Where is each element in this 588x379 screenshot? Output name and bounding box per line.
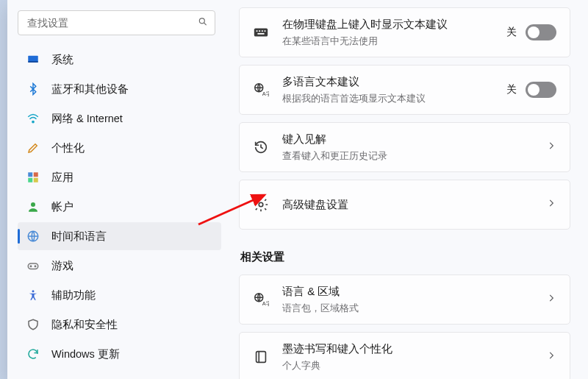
svg-rect-11 [28, 263, 38, 269]
svg-rect-17 [259, 30, 260, 32]
card-multilingual-suggestions[interactable]: A字 多语言文本建议 根据我的语言首选项显示文本建议 关 [239, 65, 570, 115]
card-inking-typing-personalization[interactable]: 墨迹书写和键入个性化 个人字典 [239, 332, 570, 379]
svg-text:A字: A字 [262, 91, 269, 97]
search-box [18, 10, 215, 35]
svg-rect-20 [257, 33, 264, 35]
card-title: 在物理键盘上键入时显示文本建议 [282, 17, 493, 32]
card-texts: 键入见解 查看键入和更正历史记录 [282, 132, 533, 162]
card-subtitle: 在某些语言中无法使用 [282, 35, 493, 48]
sidebar-item-accounts[interactable]: 帐户 [18, 193, 221, 221]
card-title: 墨迹书写和键入个性化 [282, 341, 533, 356]
svg-line-1 [204, 23, 206, 25]
card-language-region[interactable]: A字 语言 & 区域 语言包，区域格式 [239, 274, 570, 325]
svg-rect-16 [257, 30, 258, 32]
sidebar-item-bluetooth[interactable]: 蓝牙和其他设备 [18, 75, 221, 103]
card-title: 高级键盘设置 [282, 197, 533, 212]
language-region-icon: A字 [253, 291, 269, 308]
svg-text:A字: A字 [262, 300, 269, 307]
svg-rect-7 [28, 178, 32, 183]
sidebar-item-label: 个性化 [51, 141, 85, 155]
svg-point-14 [32, 290, 35, 292]
sidebar-item-windows-update[interactable]: Windows 更新 [18, 340, 221, 368]
card-texts: 墨迹书写和键入个性化 个人字典 [282, 341, 533, 372]
sidebar-item-label: 游戏 [51, 259, 74, 273]
network-icon [26, 112, 40, 125]
svg-rect-6 [34, 172, 38, 177]
svg-rect-18 [262, 30, 263, 32]
chevron-right-icon [546, 350, 556, 364]
language-icon: A字 [253, 82, 269, 98]
system-icon [26, 53, 40, 66]
card-texts: 多语言文本建议 根据我的语言首选项显示文本建议 [282, 74, 493, 105]
sidebar-item-label: 蓝牙和其他设备 [51, 82, 129, 96]
apps-icon [26, 171, 40, 184]
search-icon [198, 17, 208, 29]
card-texts: 高级键盘设置 [282, 197, 533, 212]
chevron-right-icon [546, 141, 556, 154]
sidebar-item-label: 辅助功能 [51, 288, 96, 302]
svg-point-12 [30, 266, 32, 267]
card-control: 关 [506, 24, 556, 40]
svg-point-9 [31, 202, 35, 207]
card-subtitle: 根据我的语言首选项显示文本建议 [282, 93, 493, 105]
chevron-right-icon [546, 293, 556, 306]
sidebar-item-system[interactable]: 系统 [18, 46, 221, 74]
card-subtitle: 查看键入和更正历史记录 [282, 150, 533, 163]
card-control: 关 [506, 82, 556, 98]
search-input[interactable] [18, 10, 215, 35]
svg-point-23 [259, 202, 263, 207]
history-icon [253, 139, 269, 155]
bluetooth-icon [26, 82, 40, 96]
svg-rect-3 [28, 61, 38, 63]
card-text-suggestions[interactable]: 在物理键盘上键入时显示文本建议 在某些语言中无法使用 关 [239, 7, 570, 57]
card-texts: 语言 & 区域 语言包，区域格式 [282, 284, 533, 314]
sidebar-item-label: 时间和语言 [51, 230, 107, 244]
personalization-icon [26, 141, 40, 155]
sidebar-item-label: 隐私和安全性 [51, 318, 118, 332]
sidebar-item-label: 网络 & Internet [51, 112, 123, 126]
sidebar: 系统 蓝牙和其他设备 网络 & Internet 个性化 应用 帐户 [7, 0, 224, 379]
svg-point-13 [35, 266, 36, 267]
windows-update-icon [26, 347, 40, 361]
sidebar-item-gaming[interactable]: 游戏 [18, 252, 221, 280]
card-texts: 在物理键盘上键入时显示文本建议 在某些语言中无法使用 [282, 17, 493, 47]
privacy-icon [26, 318, 40, 331]
toggle-state-label: 关 [506, 83, 517, 96]
sidebar-item-label: 帐户 [51, 200, 74, 214]
card-title: 多语言文本建议 [282, 74, 493, 89]
svg-point-4 [32, 121, 34, 122]
main-content: 在物理键盘上键入时显示文本建议 在某些语言中无法使用 关 A字 多语言文本建议 … [224, 0, 588, 379]
svg-rect-5 [28, 172, 32, 177]
card-advanced-keyboard-settings[interactable]: 高级键盘设置 [239, 180, 570, 230]
time-language-icon [26, 230, 40, 243]
sidebar-nav: 系统 蓝牙和其他设备 网络 & Internet 个性化 应用 帐户 [18, 46, 221, 368]
sidebar-item-personalization[interactable]: 个性化 [18, 134, 221, 162]
card-title: 语言 & 区域 [282, 284, 533, 299]
sidebar-item-time-language[interactable]: 时间和语言 [18, 222, 221, 250]
svg-rect-19 [265, 30, 266, 32]
related-settings-heading: 相关设置 [240, 250, 570, 264]
dictionary-icon [253, 349, 269, 365]
toggle-state-label: 关 [506, 26, 517, 39]
chevron-right-icon [546, 198, 556, 211]
sidebar-item-accessibility[interactable]: 辅助功能 [18, 281, 221, 309]
sidebar-item-label: 应用 [51, 171, 74, 185]
sidebar-item-network[interactable]: 网络 & Internet [18, 105, 221, 132]
card-subtitle: 个人字典 [282, 360, 533, 372]
gaming-icon [26, 259, 40, 272]
gear-icon [253, 196, 269, 213]
accounts-icon [26, 200, 40, 213]
toggle-switch[interactable] [526, 82, 556, 98]
svg-rect-8 [34, 178, 38, 183]
svg-point-0 [199, 18, 204, 24]
toggle-switch[interactable] [526, 24, 556, 40]
card-typing-insights[interactable]: 键入见解 查看键入和更正历史记录 [239, 122, 570, 172]
keyboard-icon [253, 24, 269, 40]
accessibility-icon [26, 288, 40, 302]
sidebar-item-privacy[interactable]: 隐私和安全性 [18, 311, 221, 339]
card-title: 键入见解 [282, 132, 533, 146]
settings-window: 系统 蓝牙和其他设备 网络 & Internet 个性化 应用 帐户 [7, 0, 588, 379]
sidebar-item-apps[interactable]: 应用 [18, 163, 221, 191]
svg-rect-15 [254, 29, 268, 37]
svg-rect-26 [257, 352, 266, 363]
